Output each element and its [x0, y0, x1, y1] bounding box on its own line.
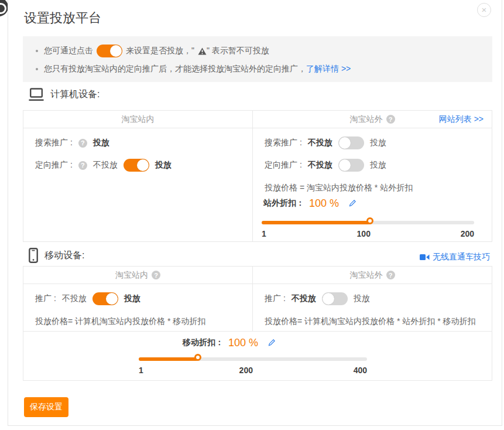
slider-max-label: 200 [461, 229, 474, 238]
help-icon[interactable] [78, 139, 87, 148]
search-promo-row: 搜索推广 : 不投放 投放 [265, 136, 386, 150]
slider-max-label: 400 [354, 366, 367, 375]
learn-more-link[interactable]: 了解详情 >> [306, 64, 351, 74]
help-icon[interactable] [152, 271, 160, 279]
toggle-knob [106, 293, 118, 305]
state-off-label: 不投放 [62, 294, 87, 304]
notice-box: 您可通过点击 来设置是否投放，" " 表示暂不可投放 您只有投放淘宝站内的定向推… [23, 36, 492, 82]
demo-toggle[interactable] [97, 45, 122, 57]
search-promo-label: 搜索推广 : [265, 138, 302, 148]
target-promo-label: 定向推广 : [35, 160, 73, 170]
mobile-section-header: 移动设备: [29, 248, 84, 263]
target-promo-row: 定向推广 : 不投放 投放 [265, 158, 386, 172]
toggle-knob [339, 137, 351, 149]
offsite-header-label: 淘宝站外 [350, 270, 383, 281]
close-icon[interactable]: × [477, 3, 491, 17]
slider-min-label: 1 [262, 229, 266, 238]
mobile-onsite-price-formula: 投放价格= 计算机淘宝站内投放价格 * 移动折扣 [35, 316, 205, 327]
state-on-label: 投放 [155, 160, 172, 170]
warning-icon [198, 47, 207, 55]
offsite-discount-row: 站外折扣： 100 % [263, 196, 356, 211]
table-header: 淘宝站内 淘宝站外 网站列表 >> [23, 111, 492, 128]
mobile-discount-label: 移动折扣： [183, 337, 224, 348]
notice-text: 您只有投放淘宝站内的定向推广后，才能选择投放淘宝站外的定向推广， [44, 64, 306, 74]
save-settings-button[interactable]: 保存设置 [24, 397, 68, 417]
state-on-label: 投放 [370, 138, 386, 148]
target-promo-row: 定向推广 : 不投放 投放 [35, 158, 172, 172]
bullet-dot [36, 68, 38, 70]
target-promo-label: 定向推广 : [265, 160, 302, 170]
slider-handle[interactable] [366, 217, 373, 224]
offsite-search-toggle[interactable] [338, 136, 364, 149]
state-off-label: 不投放 [308, 138, 332, 148]
notice-line-2: 您只有投放淘宝站内的定向推广后，才能选择投放淘宝站外的定向推广， 了解详情 >> [36, 62, 492, 77]
mobile-discount-slider[interactable] [139, 357, 367, 361]
mobile-platform-table: 淘宝站内 淘宝站外 推广 : 不投放 投放 投放价格= 计算机淘宝站内投放价格 … [23, 266, 492, 381]
help-icon[interactable] [78, 161, 87, 170]
computer-offsite-cell: 搜索推广 : 不投放 投放 定向推广 : 不投放 投放 投放价格 = 淘宝站内投… [253, 128, 492, 241]
computer-platform-table: 淘宝站内 淘宝站外 网站列表 >> 搜索推广 : 投放 定向推广 : 不投放 [23, 110, 492, 242]
dialog-title: 设置投放平台 [24, 9, 101, 27]
mobile-onsite-cell: 推广 : 不投放 投放 投放价格= 计算机淘宝站内投放价格 * 移动折扣 [23, 284, 253, 331]
notice-text: " 表示暂不可投放 [207, 46, 269, 56]
offsite-discount-label: 站外折扣： [263, 198, 304, 209]
notice-line-1: 您可通过点击 来设置是否投放，" " 表示暂不可投放 [36, 43, 492, 59]
notice-text: 来设置是否投放，" [126, 46, 194, 56]
wireless-tips-label: 无线直通车技巧 [433, 252, 490, 262]
monitor-icon [29, 88, 44, 101]
search-promo-label: 搜索推广 : [35, 138, 73, 148]
offsite-target-toggle[interactable] [338, 159, 364, 172]
search-promo-value: 投放 [93, 138, 109, 148]
computer-onsite-cell: 搜索推广 : 投放 定向推广 : 不投放 投放 [23, 128, 253, 241]
edit-pencil-icon[interactable] [348, 199, 356, 207]
notice-text: 您可通过点击 [44, 46, 93, 56]
onsite-column-header: 淘宝站内 [23, 267, 253, 284]
slider-mid-label: 200 [239, 366, 253, 375]
state-on-label: 投放 [124, 294, 140, 304]
offsite-price-formula: 投放价格 = 淘宝站内投放价格 * 站外折扣 [265, 183, 413, 193]
wireless-tips-link[interactable]: 无线直通车技巧 [420, 252, 490, 262]
promo-label: 推广 : [265, 294, 286, 304]
site-list-link[interactable]: 网站列表 >> [439, 114, 484, 125]
onsite-header-label: 淘宝站内 [122, 114, 155, 125]
slider-fill [262, 221, 370, 224]
toggle-knob [110, 45, 122, 57]
offsite-slider-scale: 1 100 200 [262, 229, 474, 240]
mobile-offsite-cell: 推广 : 不投放 投放 投放价格= 计算机淘宝站内投放价格 * 站外折扣 * 移… [253, 284, 492, 331]
onsite-column-header: 淘宝站内 [23, 111, 253, 128]
mobile-section-title: 移动设备: [44, 250, 84, 262]
edit-pencil-icon[interactable] [268, 339, 276, 347]
promo-row: 推广 : 不投放 投放 [265, 292, 370, 306]
promo-label: 推广 : [35, 294, 56, 304]
promo-row: 推广 : 不投放 投放 [35, 292, 140, 306]
slider-mid-label: 100 [357, 229, 371, 238]
page-corner-logo [0, 0, 8, 16]
mobile-discount-section: 移动折扣： 100 % 1 200 400 [23, 331, 492, 380]
table-header: 淘宝站内 淘宝站外 [23, 267, 492, 284]
video-camera-icon [420, 254, 430, 261]
toggle-knob [137, 159, 149, 171]
bullet-dot [36, 50, 38, 52]
state-off-label: 不投放 [292, 294, 316, 304]
toggle-knob [339, 159, 351, 171]
mobile-onsite-toggle[interactable] [92, 292, 118, 305]
computer-section-header: 计算机设备: [29, 88, 100, 101]
help-icon[interactable] [386, 271, 395, 279]
mobile-offsite-toggle[interactable] [322, 292, 348, 305]
offsite-column-header: 淘宝站外 网站列表 >> [253, 111, 492, 128]
computer-section-title: 计算机设备: [50, 88, 100, 101]
search-promo-row: 搜索推广 : 投放 [35, 136, 109, 150]
offsite-discount-slider[interactable] [262, 221, 474, 224]
mobile-discount-row: 移动折扣： 100 % [183, 335, 276, 350]
set-platform-dialog: 设置投放平台 × 您可通过点击 来设置是否投放，" " 表示暂不可投放 您只有投… [8, 0, 502, 426]
onsite-target-toggle[interactable] [124, 159, 149, 172]
state-off-label: 不投放 [308, 160, 332, 170]
offsite-header-label: 淘宝站外 [350, 114, 383, 125]
help-icon[interactable] [386, 115, 395, 124]
state-on-label: 投放 [370, 160, 386, 170]
slider-handle[interactable] [194, 354, 201, 361]
state-off-label: 不投放 [93, 160, 118, 170]
mobile-offsite-price-formula: 投放价格= 计算机淘宝站内投放价格 * 站外折扣 * 移动折扣 [265, 316, 476, 327]
onsite-header-label: 淘宝站内 [115, 270, 148, 281]
offsite-discount-value: 100 % [309, 197, 339, 210]
